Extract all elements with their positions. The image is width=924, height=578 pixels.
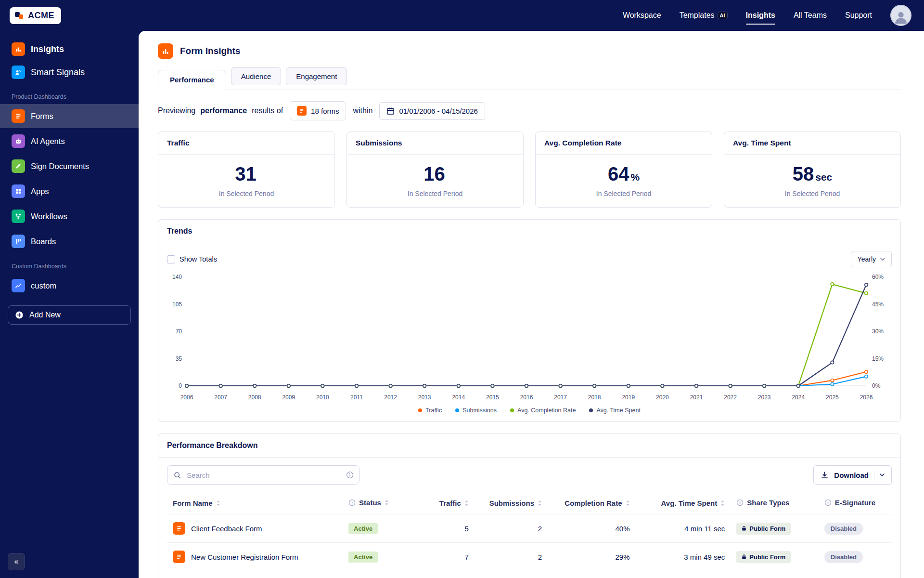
sort-icon[interactable] (216, 500, 220, 506)
svg-text:15%: 15% (872, 355, 884, 362)
person-icon (893, 9, 909, 25)
stat-title: Submissions (347, 132, 523, 155)
svg-text:2022: 2022 (724, 394, 737, 401)
sidebar-item-sign-documents[interactable]: Sign Documents (0, 154, 139, 178)
download-button[interactable]: Download (813, 465, 892, 485)
stat-card-time-spent: Avg. Time Spent 58sec In Selected Period (724, 131, 901, 208)
svg-text:2017: 2017 (554, 394, 567, 401)
tab-engagement[interactable]: Engagement (286, 67, 347, 85)
svg-text:2024: 2024 (792, 394, 805, 401)
svg-text:2015: 2015 (486, 394, 499, 401)
acme-logo[interactable]: ACME (10, 7, 61, 24)
legend-dot (418, 408, 422, 412)
show-totals-toggle[interactable]: Show Totals (167, 255, 217, 263)
col-avg-time-spent: Avg. Time Spent (661, 499, 718, 507)
nav-templates-label: Templates (680, 11, 715, 20)
stat-cards: Traffic 31 In Selected Period Submission… (158, 131, 901, 208)
form-name[interactable]: New Customer Registration Form (191, 553, 298, 561)
stat-card-traffic: Traffic 31 In Selected Period (158, 131, 335, 208)
main-content: Form Insights Performance Audience Engag… (139, 31, 924, 578)
top-navigation: Workspace Templates AI Insights All Team… (623, 0, 911, 30)
add-new-button[interactable]: Add New (8, 305, 131, 325)
form-icon (297, 106, 307, 116)
interval-select[interactable]: Yearly (851, 251, 892, 267)
avatar[interactable] (890, 5, 911, 26)
download-label: Download (834, 471, 869, 479)
col-submissions: Submissions (489, 499, 534, 507)
table-header-row: Form Name Status Traffic (167, 492, 892, 514)
sort-icon[interactable] (720, 500, 725, 506)
col-share-types: Share Types (747, 499, 789, 507)
acme-logo-mark-icon (14, 11, 24, 20)
divider (874, 470, 874, 480)
form-icon (173, 522, 185, 535)
table-row[interactable]: Client Feedback Form Active 5 2 40% 4 mi… (167, 514, 892, 543)
sort-icon[interactable] (385, 499, 389, 506)
sidebar-item-apps[interactable]: Apps (0, 179, 139, 203)
date-range-label: 01/01/2006 - 04/15/2026 (399, 107, 477, 115)
svg-text:2026: 2026 (860, 394, 873, 401)
stat-unit: sec (815, 171, 832, 183)
collapse-icon: « (14, 557, 19, 566)
sidebar-item-boards[interactable]: Boards (0, 229, 139, 253)
sort-icon[interactable] (464, 500, 469, 506)
status-badge: Active (348, 523, 378, 534)
stat-caption: In Selected Period (724, 190, 900, 197)
table-row[interactable]: Form Active 4 4 100% 1 min 31 sec Public… (167, 571, 892, 578)
sidebar-item-custom[interactable]: custom (0, 274, 139, 298)
interval-value: Yearly (858, 255, 876, 263)
stat-caption: In Selected Period (158, 190, 334, 197)
plus-circle-icon (15, 311, 24, 319)
col-status: Status (359, 499, 381, 507)
svg-text:2012: 2012 (384, 394, 397, 401)
svg-text:35: 35 (176, 355, 182, 362)
search-info-icon[interactable] (346, 471, 354, 481)
performance-breakdown-card: Performance Breakdown Download (158, 434, 901, 578)
date-range-button[interactable]: 01/01/2006 - 04/15/2026 (379, 102, 485, 120)
sidebar-collapse-button[interactable]: « (8, 553, 25, 570)
svg-text:2007: 2007 (214, 394, 227, 401)
sidebar-item-forms[interactable]: Forms (0, 104, 139, 128)
sidebar-item-insights[interactable]: Insights (8, 38, 131, 61)
legend-item: Submissions (455, 407, 497, 414)
col-e-signature: E-Signature (835, 499, 875, 507)
sidebar-item-smart-signals[interactable]: Smart Signals (8, 61, 131, 84)
stat-caption: In Selected Period (347, 190, 523, 197)
stat-value: 16 (424, 163, 445, 185)
info-icon[interactable] (348, 499, 356, 506)
nav-support[interactable]: Support (845, 0, 872, 30)
sidebar-item-workflows[interactable]: Workflows (0, 204, 139, 228)
download-icon (821, 471, 829, 479)
show-totals-checkbox[interactable] (167, 255, 175, 263)
sidebar-item-ai-agents[interactable]: AI Agents (0, 129, 139, 153)
nav-insights[interactable]: Insights (746, 0, 775, 30)
avg-time-value: 4 min 11 sec (636, 514, 731, 543)
legend-dot (510, 408, 514, 412)
lock-icon (742, 554, 746, 560)
submissions-value: 2 (475, 543, 548, 571)
col-form-name: Form Name (173, 499, 213, 507)
stat-title: Avg. Completion Rate (536, 132, 712, 155)
completion-rate-value: 100% (548, 571, 636, 578)
info-icon[interactable] (824, 499, 832, 506)
table-row[interactable]: New Customer Registration Form Active 7 … (167, 543, 892, 571)
nav-all-teams[interactable]: All Teams (794, 0, 827, 30)
chevron-down-icon (880, 473, 885, 476)
tab-audience[interactable]: Audience (231, 67, 282, 85)
page-header: Form Insights (158, 43, 901, 59)
info-icon[interactable] (736, 499, 744, 506)
nav-workspace[interactable]: Workspace (623, 0, 661, 30)
sidebar-item-label: Forms (31, 112, 53, 121)
sort-icon[interactable] (626, 500, 630, 506)
filter-within-label: within (353, 106, 372, 115)
svg-text:2020: 2020 (656, 394, 669, 401)
sidebar-item-label: custom (31, 281, 56, 290)
search-input[interactable] (167, 465, 359, 485)
form-name[interactable]: Client Feedback Form (191, 525, 262, 533)
nav-templates[interactable]: Templates AI (680, 0, 728, 30)
tab-performance[interactable]: Performance (158, 70, 226, 90)
forms-filter-button[interactable]: 18 forms (290, 101, 346, 120)
share-type-label: Public Form (749, 525, 785, 532)
insights-icon (12, 42, 25, 56)
sort-icon[interactable] (538, 500, 542, 506)
